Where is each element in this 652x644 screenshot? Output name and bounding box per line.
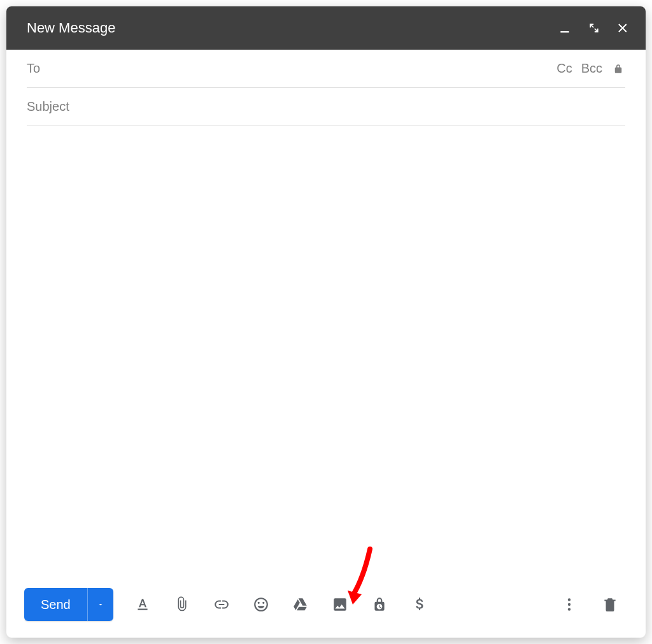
footer-right <box>551 590 628 619</box>
to-row: To Cc Bcc <box>27 50 625 88</box>
compose-title: New Message <box>27 20 115 36</box>
formatting-icon[interactable] <box>129 590 157 619</box>
close-icon[interactable] <box>616 21 630 35</box>
attach-icon[interactable] <box>168 590 196 619</box>
subject-input[interactable] <box>27 99 625 114</box>
minimize-icon[interactable] <box>558 21 572 35</box>
body-area <box>6 126 646 583</box>
expand-icon[interactable] <box>587 21 601 35</box>
compose-fields: To Cc Bcc <box>6 50 646 126</box>
discard-draft-icon[interactable] <box>596 590 624 619</box>
insert-link-icon[interactable] <box>208 590 236 619</box>
window-actions <box>558 21 630 35</box>
drive-icon[interactable] <box>287 590 315 619</box>
emoji-icon[interactable] <box>247 590 275 619</box>
to-input[interactable] <box>49 61 548 76</box>
send-split-button: Send <box>24 588 113 621</box>
svg-point-1 <box>568 598 570 601</box>
send-button[interactable]: Send <box>24 588 88 621</box>
body-editor[interactable] <box>27 138 625 571</box>
svg-point-2 <box>568 603 570 606</box>
compose-footer: Send <box>6 583 646 638</box>
lock-icon[interactable] <box>611 62 625 76</box>
compose-header: New Message <box>6 6 646 50</box>
more-options-icon[interactable] <box>555 590 583 619</box>
svg-rect-0 <box>560 31 569 32</box>
confidential-mode-icon[interactable] <box>365 590 393 619</box>
insert-photo-icon[interactable] <box>326 590 354 619</box>
footer-left: Send <box>24 588 436 621</box>
svg-point-3 <box>568 608 570 610</box>
to-label: To <box>27 61 40 76</box>
bcc-button[interactable]: Bcc <box>581 61 602 76</box>
send-options-button[interactable] <box>88 588 113 621</box>
cc-button[interactable]: Cc <box>556 61 572 76</box>
money-icon[interactable] <box>405 590 433 619</box>
subject-row <box>27 88 625 126</box>
to-row-right: Cc Bcc <box>556 61 625 76</box>
compose-window: New Message To Cc Bcc <box>6 6 646 638</box>
